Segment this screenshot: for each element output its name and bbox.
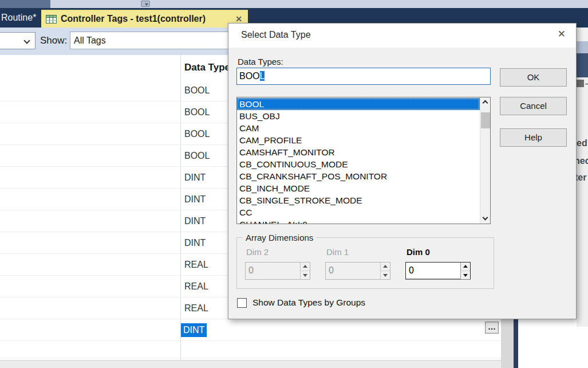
data-type-cell[interactable]: REAL <box>184 297 208 319</box>
cancel-button[interactable]: Cancel <box>500 97 567 115</box>
app-window: Routine* Controller Tags - test1(control… <box>0 0 588 368</box>
dim1-stepper: 0 <box>325 262 390 280</box>
spin-up-icon <box>381 263 390 271</box>
list-item[interactable]: CHANNEL_AI:I:0 <box>237 218 480 224</box>
dim0-value[interactable]: 0 <box>409 262 414 279</box>
data-type-cell[interactable]: BOOL <box>184 145 210 167</box>
dialog-close-icon[interactable]: ✕ <box>558 29 566 39</box>
list-item[interactable]: BUS_OBJ <box>237 110 480 122</box>
spin-down-icon <box>301 271 310 280</box>
scroll-down-icon[interactable] <box>480 214 491 224</box>
dim1-label: Dim 1 <box>326 247 349 257</box>
list-scrollbar[interactable] <box>480 97 490 224</box>
data-type-cell[interactable]: BOOL <box>184 101 210 123</box>
list-item[interactable]: CC <box>237 206 480 218</box>
dialog-title: Select Data Type <box>241 30 311 40</box>
list-item-selected[interactable]: BOOL <box>237 98 480 110</box>
tab-close-icon[interactable]: ✕ <box>235 15 242 23</box>
data-type-cell[interactable]: BOOL <box>184 80 210 101</box>
data-types-label: Data Types: <box>238 57 283 66</box>
dim2-label: Dim 2 <box>246 247 269 257</box>
data-type-cell[interactable]: DINT <box>184 210 206 232</box>
scope-combobox[interactable] <box>0 32 35 49</box>
show-label: Show: <box>40 35 67 46</box>
clipped-text-fragment: ter <box>575 173 586 183</box>
panel-divider <box>514 319 518 368</box>
scroll-up-icon[interactable] <box>480 97 491 107</box>
dim0-stepper[interactable]: 0 <box>405 262 471 280</box>
right-band-light <box>577 28 588 41</box>
tags-grid-icon <box>46 15 57 24</box>
dim1-value: 0 <box>329 262 334 279</box>
clipped-text-fragment: ed <box>577 138 587 148</box>
input-text: BOO <box>239 71 260 81</box>
right-gutter <box>501 319 514 368</box>
data-type-cell[interactable]: DINT <box>184 189 206 210</box>
data-type-cell[interactable]: DINT <box>184 167 206 189</box>
list-item[interactable]: CAM_PROFILE <box>237 134 480 146</box>
table-row-editing[interactable]: DINT … <box>0 319 501 341</box>
list-item[interactable]: CB_SINGLE_STROKE_MODE <box>237 194 480 206</box>
dim2-stepper: 0 <box>245 262 310 280</box>
help-button[interactable]: Help <box>500 128 567 147</box>
dim0-spin-buttons[interactable] <box>460 263 470 279</box>
list-item[interactable]: CAM <box>237 122 480 134</box>
input-selected-text: L <box>260 71 265 81</box>
show-by-groups-checkbox[interactable] <box>237 298 247 308</box>
chevron-down-icon <box>23 37 30 44</box>
dialog-title-bar[interactable]: Select Data Type ✕ <box>228 24 576 48</box>
toolbar-fragment-icon <box>577 80 584 87</box>
array-dimensions-label: Array Dimensions <box>243 233 316 242</box>
show-by-groups-label: Show Data Types by Groups <box>252 297 365 308</box>
list-item[interactable]: CB_INCH_MODE <box>237 182 480 194</box>
title-strip-left <box>0 0 50 8</box>
list-item[interactable]: CAMSHAFT_MONITOR <box>237 146 480 158</box>
tab-routine[interactable]: Routine* <box>0 8 42 28</box>
window-menu-icon[interactable] <box>141 1 150 7</box>
right-band-white <box>577 327 588 368</box>
dash-fragment: – <box>585 79 588 88</box>
data-type-input[interactable]: BOOL <box>236 68 491 85</box>
right-band-gray <box>577 77 588 327</box>
tab-controller-tags[interactable]: Controller Tags - test1(controller) ✕ <box>41 10 248 28</box>
title-strip <box>0 0 588 8</box>
tab-label: Controller Tags - test1(controller) <box>61 14 206 24</box>
list-item[interactable]: CB_CRANKSHAFT_POS_MONITOR <box>237 170 480 182</box>
dim2-value: 0 <box>248 262 254 279</box>
dim1-spin-buttons <box>380 263 390 279</box>
spin-down-icon <box>381 271 390 280</box>
data-type-cell[interactable]: REAL <box>184 276 208 297</box>
array-dimensions-group: Array Dimensions Dim 2 Dim 1 Dim 0 0 0 <box>236 237 494 289</box>
right-band-blue <box>577 41 588 53</box>
scrollbar-thumb[interactable] <box>481 112 490 128</box>
dim0-label: Dim 0 <box>407 247 430 257</box>
select-data-type-dialog: Select Data Type ✕ Data Types: BOOL OK C… <box>228 23 577 319</box>
browse-ellipsis-button[interactable]: … <box>485 322 499 334</box>
selected-data-type-cell[interactable]: DINT <box>181 323 207 337</box>
spin-up-icon <box>301 263 310 271</box>
list-item[interactable]: CB_CONTINUOUS_MODE <box>237 158 480 170</box>
data-type-listbox[interactable]: BOOL BUS_OBJ CAM CAM_PROFILE CAMSHAFT_MO… <box>236 97 491 224</box>
ok-button[interactable]: OK <box>500 68 567 87</box>
dim2-spin-buttons <box>300 263 310 279</box>
spin-up-icon[interactable] <box>461 263 470 271</box>
list-items: BOOL BUS_OBJ CAM CAM_PROFILE CAMSHAFT_MO… <box>237 98 480 224</box>
table-row-empty[interactable] <box>0 341 501 358</box>
data-type-column-header[interactable]: Data Type <box>184 55 230 80</box>
spin-down-icon[interactable] <box>461 271 470 280</box>
data-type-cell[interactable]: REAL <box>184 254 208 276</box>
data-type-cell[interactable]: DINT <box>184 232 206 254</box>
right-band-navy <box>577 53 588 77</box>
table-footer-strip <box>0 360 514 368</box>
data-type-cell[interactable]: BOOL <box>184 123 210 145</box>
